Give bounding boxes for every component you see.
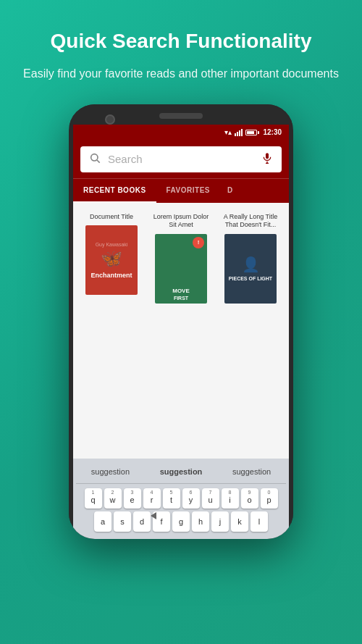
key-r[interactable]: 4r (143, 488, 161, 509)
keyboard-row-1: 1q 2w 3e 4r 5t 6y 7u 8i 9o 0p (76, 488, 286, 509)
book-illustration-1: 🦋 (101, 248, 122, 269)
book-cover-text-1: Enchantment (90, 272, 132, 279)
app-toolbar: Search (73, 141, 289, 178)
battery-icon (245, 130, 257, 135)
book-title-3: A Really Long Title That Doesn't Fit... (219, 213, 282, 230)
search-icon (89, 152, 101, 167)
book-author-1: Guy Kawasaki (96, 242, 128, 247)
svg-line-1 (97, 160, 100, 163)
wifi-icon: ▾▴ (224, 128, 232, 136)
microphone-icon[interactable] (261, 152, 273, 167)
book-cover-text-3: PIECES OF LIGHT (229, 276, 272, 281)
page-subtitle: Easily find your favorite reads and othe… (23, 65, 339, 83)
key-t[interactable]: 5t (163, 488, 180, 509)
book-item-2[interactable]: Lorem Ipsum Dolor Sit Amet ! MOVE FIRST (150, 213, 212, 498)
signal-icon (235, 129, 243, 136)
book-cover-subtext-2: FIRST (174, 296, 188, 301)
phone-frame: ▾▴ 12:30 (69, 104, 293, 539)
phone-screen: ▾▴ 12:30 (73, 125, 289, 509)
book-title-1: Document Title (90, 213, 133, 222)
search-bar[interactable]: Search (80, 146, 282, 172)
key-i[interactable]: 8i (222, 488, 239, 509)
battery-fill (247, 131, 254, 134)
key-e[interactable]: 3e (124, 488, 141, 509)
key-q[interactable]: 1q (85, 488, 102, 509)
phone-top-bar (69, 104, 293, 125)
tab-favorites[interactable]: FAVORITES (156, 179, 220, 203)
signal-bar-4 (241, 129, 243, 136)
book-cover-2[interactable]: ! MOVE FIRST (155, 234, 207, 304)
search-placeholder[interactable]: Search (108, 153, 254, 165)
phone-speaker (159, 113, 203, 119)
book-item-1[interactable]: Document Title Guy Kawasaki 🦋 Enchantmen… (80, 213, 143, 498)
book-title-2: Lorem Ipsum Dolor Sit Amet (150, 213, 212, 230)
book-cover-1[interactable]: Guy Kawasaki 🦋 Enchantment (85, 225, 138, 295)
keyboard-overlay: suggestion suggestion suggestion 1q 2w 3… (73, 459, 289, 509)
status-bar: ▾▴ 12:30 (73, 125, 289, 141)
key-o[interactable]: 9o (241, 488, 258, 509)
tab-bar: RECENT BOOKS FAVORITES D (73, 178, 289, 203)
svg-point-0 (91, 154, 98, 160)
signal-bar-2 (237, 132, 238, 136)
book-illustration-3: 👤 (242, 256, 260, 273)
tab-partial[interactable]: D (220, 179, 240, 203)
book-cover-3[interactable]: 👤 PIECES OF LIGHT (224, 234, 277, 304)
book-cover-text-2: MOVE (172, 288, 190, 294)
suggestion-1[interactable]: suggestion (85, 466, 135, 477)
back-button[interactable] (151, 512, 156, 519)
suggestion-2[interactable]: suggestion (154, 466, 209, 477)
key-y[interactable]: 6y (182, 488, 200, 509)
svg-rect-2 (266, 153, 269, 159)
status-time: 12:30 (263, 128, 282, 136)
page-title: Quick Search Functionality (23, 29, 339, 54)
key-w[interactable]: 2w (104, 488, 122, 509)
tab-recent-books[interactable]: RECENT BOOKS (73, 179, 156, 203)
book-badge-2: ! (193, 237, 204, 248)
book-item-3[interactable]: A Really Long Title That Doesn't Fit... … (219, 213, 282, 498)
page-header: Quick Search Functionality Easily find y… (1, 0, 361, 97)
key-u[interactable]: 7u (202, 488, 219, 509)
signal-bar-1 (235, 133, 236, 136)
suggestion-3[interactable]: suggestion (227, 466, 277, 477)
phone-mockup: ▾▴ 12:30 (69, 104, 293, 539)
status-icons: ▾▴ 12:30 (224, 128, 282, 136)
signal-bar-3 (239, 130, 240, 136)
phone-camera (105, 114, 115, 125)
suggestions-row: suggestion suggestion suggestion (76, 463, 286, 484)
key-p[interactable]: 0p (261, 488, 278, 509)
